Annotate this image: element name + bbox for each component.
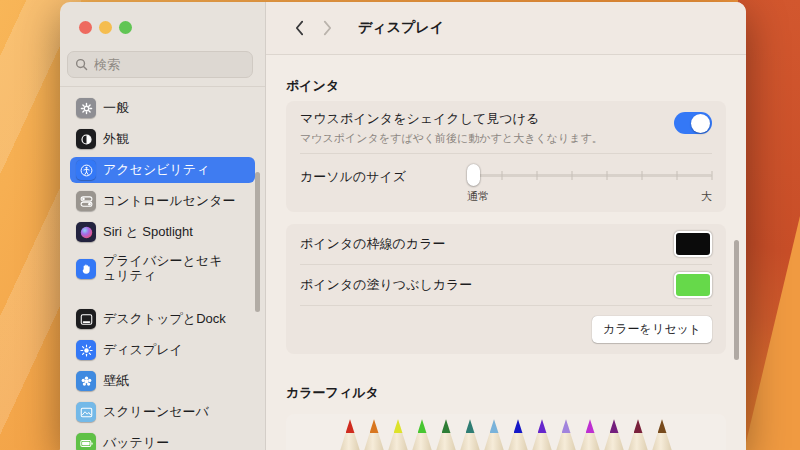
- sidebar-item[interactable]: コントロールセンター: [70, 188, 255, 214]
- content-scrollbar[interactable]: [734, 240, 739, 360]
- pencil: [554, 419, 578, 450]
- reset-colors-button[interactable]: カラーをリセット: [592, 316, 712, 343]
- sidebar-item-label: 外観: [103, 132, 129, 147]
- sidebar-item[interactable]: バッテリー: [70, 430, 255, 450]
- reset-colors-row: カラーをリセット: [300, 306, 712, 354]
- color-filter-card: [286, 414, 726, 450]
- wallpaper-right-edge: [738, 0, 800, 450]
- wallpaper-icon: [76, 371, 96, 391]
- settings-scroll-area: ポインタ マウスポインタをシェイクして見つける マウスポインタをすばやく前後に動…: [266, 55, 746, 450]
- pencil: [626, 419, 650, 450]
- screensaver-icon: [76, 402, 96, 422]
- cursor-size-label: カーソルのサイズ: [300, 168, 406, 186]
- privacy-hand-icon: [76, 259, 96, 279]
- slider-track[interactable]: [467, 164, 712, 186]
- titlebar: ディスプレイ: [266, 2, 746, 55]
- screen: 一般外観アクセシビリティコントロールセンターSiri と Spotlightプラ…: [0, 0, 800, 450]
- sidebar-item-label: プライバシーとセキュリティ: [103, 254, 223, 284]
- search-icon: [74, 57, 89, 72]
- system-settings-window: 一般外観アクセシビリティコントロールセンターSiri と Spotlightプラ…: [60, 2, 746, 450]
- shake-toggle[interactable]: [674, 112, 712, 134]
- sidebar-item-label: ディスプレイ: [103, 343, 183, 358]
- gear-icon: [76, 98, 96, 118]
- slider-tick: [607, 171, 608, 180]
- sidebar-item[interactable]: ディスプレイ: [70, 337, 255, 363]
- slider-labels: 通常 大: [467, 189, 712, 204]
- sidebar-group-spacer: [60, 293, 265, 306]
- search-input[interactable]: [67, 51, 253, 78]
- sidebar-item[interactable]: 外観: [70, 126, 255, 152]
- shake-pointer-label: マウスポインタをシェイクして見つける: [300, 110, 603, 128]
- sidebar-item-label: デスクトップとDock: [103, 312, 226, 327]
- toggle-knob: [691, 114, 710, 133]
- sidebar-item[interactable]: プライバシーとセキュリティ: [70, 250, 255, 288]
- siri-icon: [76, 222, 96, 242]
- sidebar-item[interactable]: スクリーンセーバ: [70, 399, 255, 425]
- pencil: [338, 419, 362, 450]
- slider-thumb[interactable]: [467, 164, 480, 186]
- shake-pointer-texts: マウスポインタをシェイクして見つける マウスポインタをすばやく前後に動かすと大き…: [300, 110, 603, 145]
- sidebar-divider: [60, 86, 265, 87]
- accessibility-icon: [76, 160, 96, 180]
- slider-min-label: 通常: [467, 189, 489, 204]
- window-controls: [79, 21, 265, 34]
- pencil: [434, 419, 458, 450]
- desktop-dock-icon: [76, 309, 96, 329]
- pencil: [458, 419, 482, 450]
- back-button[interactable]: [290, 16, 308, 40]
- pointer-outline-color-label: ポインタの枠線のカラー: [300, 235, 445, 253]
- pencil: [362, 419, 386, 450]
- sidebar-item-label: バッテリー: [103, 436, 169, 450]
- sidebar-item[interactable]: アクセシビリティ: [70, 157, 255, 183]
- pencil: [650, 419, 674, 450]
- cursor-size-row: カーソルのサイズ 通常 大: [300, 154, 712, 212]
- pointer-card: マウスポインタをシェイクして見つける マウスポインタをすばやく前後に動かすと大き…: [286, 101, 726, 212]
- pointer-fill-color-well[interactable]: [674, 272, 712, 298]
- slider-tick: [677, 171, 678, 180]
- sidebar-item-label: Siri と Spotlight: [103, 225, 193, 240]
- sidebar-item[interactable]: 一般: [70, 95, 255, 121]
- sidebar-item-label: アクセシビリティ: [103, 163, 209, 178]
- section-title-pointer: ポインタ: [286, 77, 726, 95]
- close-button[interactable]: [79, 21, 92, 34]
- page-title: ディスプレイ: [358, 19, 444, 37]
- pencil: [410, 419, 434, 450]
- pencil: [506, 419, 530, 450]
- sidebar-item-label: 壁紙: [103, 374, 129, 389]
- sidebar-item-label: スクリーンセーバ: [103, 405, 209, 420]
- content-pane: ディスプレイ ポインタ マウスポインタをシェイクして見つける マウスポインタをす…: [266, 2, 746, 450]
- control-center-icon: [76, 191, 96, 211]
- shake-pointer-row: マウスポインタをシェイクして見つける マウスポインタをすばやく前後に動かすと大き…: [300, 101, 712, 153]
- search-field-wrap: [67, 51, 253, 78]
- pointer-colors-card: ポインタの枠線のカラー ポインタの塗りつぶしカラー カラーをリセット: [286, 224, 726, 354]
- slider-tick: [712, 171, 713, 180]
- pencil: [482, 419, 506, 450]
- slider-tick: [502, 171, 503, 180]
- sidebar: 一般外観アクセシビリティコントロールセンターSiri と Spotlightプラ…: [60, 2, 266, 450]
- sidebar-item[interactable]: Siri と Spotlight: [70, 219, 255, 245]
- sidebar-scrollbar[interactable]: [255, 172, 260, 312]
- cursor-size-slider: 通常 大: [467, 164, 712, 204]
- sidebar-nav: 一般外観アクセシビリティコントロールセンターSiri と Spotlightプラ…: [60, 95, 265, 450]
- forward-button[interactable]: [318, 16, 336, 40]
- sidebar-item-label: コントロールセンター: [103, 194, 235, 209]
- pencil: [578, 419, 602, 450]
- slider-tick: [642, 171, 643, 180]
- pointer-outline-color-well[interactable]: [674, 231, 712, 257]
- sidebar-item[interactable]: デスクトップとDock: [70, 306, 255, 332]
- battery-icon: [76, 433, 96, 450]
- pointer-fill-color-row: ポインタの塗りつぶしカラー: [300, 265, 712, 305]
- pencil: [602, 419, 626, 450]
- colored-pencils-image: [338, 419, 674, 450]
- pencil: [386, 419, 410, 450]
- minimize-button[interactable]: [99, 21, 112, 34]
- pointer-fill-color-label: ポインタの塗りつぶしカラー: [300, 276, 472, 294]
- pencil: [530, 419, 554, 450]
- slider-tick: [572, 171, 573, 180]
- slider-max-label: 大: [701, 189, 712, 204]
- shake-pointer-description: マウスポインタをすばやく前後に動かすと大きくなります。: [300, 131, 603, 145]
- sidebar-item[interactable]: 壁紙: [70, 368, 255, 394]
- zoom-button[interactable]: [119, 21, 132, 34]
- appearance-icon: [76, 129, 96, 149]
- sidebar-item-label: 一般: [103, 101, 129, 116]
